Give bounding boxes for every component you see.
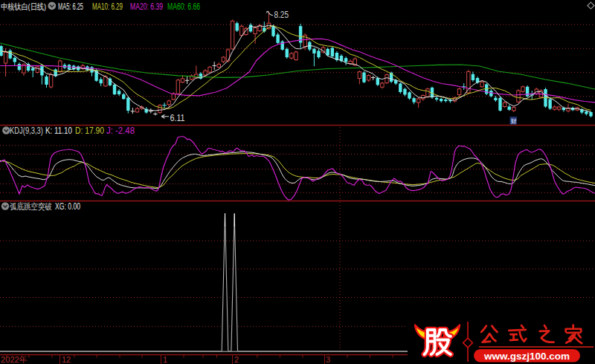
- svg-text:MA10: 6.29: MA10: 6.29: [92, 1, 123, 12]
- svg-text:弧底跳空突破: 弧底跳空突破: [10, 202, 52, 211]
- svg-text:MA60: 6.66: MA60: 6.66: [167, 1, 200, 12]
- svg-text:12: 12: [62, 355, 71, 364]
- svg-text:MA5: 6.25: MA5: 6.25: [58, 1, 83, 12]
- svg-text:XG: 0.00: XG: 0.00: [55, 201, 80, 212]
- svg-text:J: -2.48: J: -2.48: [106, 126, 135, 136]
- svg-text:6.11: 6.11: [170, 112, 185, 123]
- svg-text:MA20: 6.39: MA20: 6.39: [130, 1, 163, 12]
- svg-text:K: 11.10: K: 11.10: [45, 126, 72, 136]
- svg-text:KDJ(9,3,3): KDJ(9,3,3): [10, 126, 43, 136]
- svg-text:1: 1: [163, 355, 167, 364]
- svg-text:中核钛白(日线): 中核钛白(日线): [1, 2, 46, 11]
- svg-text:3: 3: [326, 355, 330, 364]
- svg-text:www.gszj100.com: www.gszj100.com: [483, 351, 570, 362]
- svg-text:财: 财: [511, 117, 517, 125]
- svg-text:8.25: 8.25: [274, 9, 289, 20]
- svg-text:2: 2: [234, 355, 239, 364]
- svg-text:D: 17.90: D: 17.90: [75, 126, 104, 136]
- svg-text:2022年: 2022年: [1, 355, 28, 364]
